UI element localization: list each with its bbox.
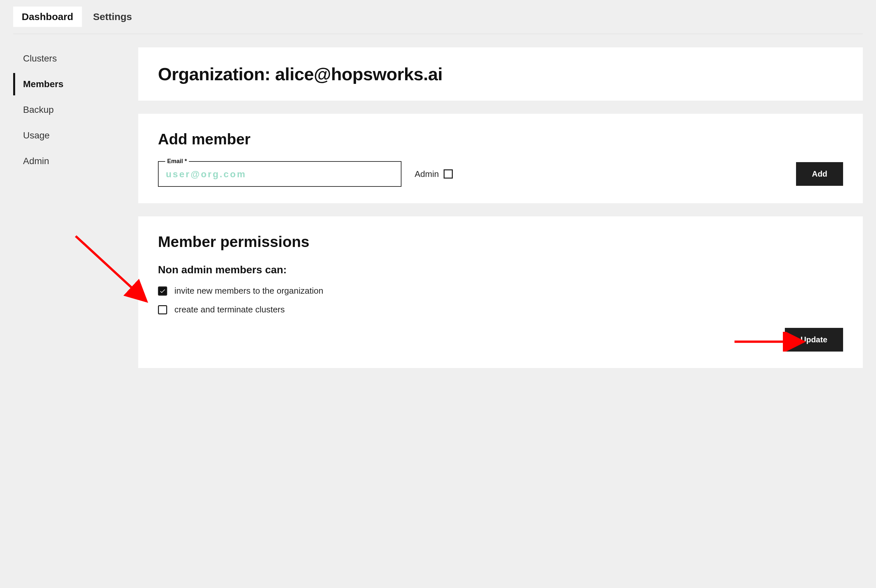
email-input[interactable] — [166, 169, 394, 180]
sidebar: Clusters Members Backup Usage Admin — [13, 47, 125, 368]
permission-row-invite: invite new members to the organization — [158, 286, 843, 296]
update-button[interactable]: Update — [785, 328, 843, 351]
email-label: Email * — [165, 158, 189, 165]
sidebar-item-usage[interactable]: Usage — [13, 124, 125, 147]
panel-add-member: Add member Email * Admin Add — [138, 114, 863, 203]
permission-checkbox-invite[interactable] — [158, 286, 167, 296]
update-wrap: Update — [158, 328, 843, 351]
admin-checkbox[interactable] — [443, 170, 453, 178]
sidebar-item-admin[interactable]: Admin — [13, 150, 125, 172]
panel-permissions: Member permissions Non admin members can… — [138, 216, 863, 368]
admin-label: Admin — [415, 169, 439, 179]
permission-checkbox-clusters[interactable] — [158, 305, 167, 314]
tab-dashboard[interactable]: Dashboard — [13, 7, 82, 27]
section-title-permissions: Member permissions — [158, 233, 843, 250]
main-content: Organization: alice@hopsworks.ai Add mem… — [138, 47, 863, 368]
layout: Clusters Members Backup Usage Admin Orga… — [0, 34, 876, 394]
permission-row-clusters: create and terminate clusters — [158, 304, 843, 315]
sub-title-permissions: Non admin members can: — [158, 264, 843, 276]
email-field-wrap: Email * — [158, 161, 401, 187]
permission-label-clusters: create and terminate clusters — [174, 304, 285, 315]
section-title-add-member: Add member — [158, 130, 843, 148]
admin-checkbox-wrap: Admin — [415, 169, 453, 179]
add-button[interactable]: Add — [796, 162, 843, 186]
add-member-row: Email * Admin Add — [158, 161, 843, 187]
sidebar-item-clusters[interactable]: Clusters — [13, 47, 125, 70]
permission-label-invite: invite new members to the organization — [174, 286, 323, 296]
top-nav: Dashboard Settings — [0, 0, 876, 27]
page-title: Organization: alice@hopsworks.ai — [158, 64, 843, 84]
tab-settings[interactable]: Settings — [84, 7, 141, 27]
check-icon — [159, 288, 166, 294]
panel-org-header: Organization: alice@hopsworks.ai — [138, 47, 863, 100]
sidebar-item-backup[interactable]: Backup — [13, 99, 125, 121]
sidebar-item-members[interactable]: Members — [13, 73, 125, 95]
